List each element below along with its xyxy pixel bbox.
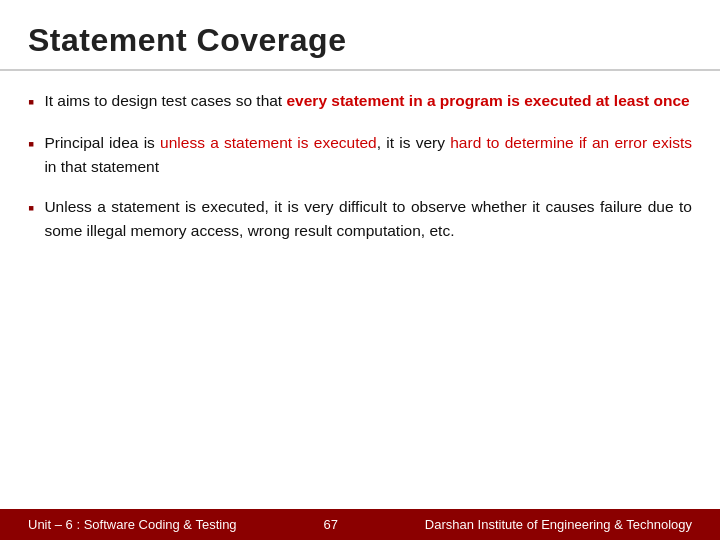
list-item: ▪ Principal idea is unless a statement i… — [28, 131, 692, 179]
slide-footer: Unit – 6 : Software Coding & Testing 67 … — [0, 509, 720, 540]
slide-header: Statement Coverage — [0, 0, 720, 71]
bullet-list: ▪ It aims to design test cases so that e… — [28, 89, 692, 243]
bullet-marker: ▪ — [28, 90, 34, 115]
bullet-text: Unless a statement is executed, it is ve… — [44, 195, 692, 243]
slide: Statement Coverage ▪ It aims to design t… — [0, 0, 720, 540]
bullet-marker: ▪ — [28, 132, 34, 157]
emphasis-text: unless a statement is executed — [160, 134, 377, 151]
footer-page-number: 67 — [323, 517, 337, 532]
list-item: ▪ It aims to design test cases so that e… — [28, 89, 692, 115]
emphasis-text: hard to determine if an error exists — [450, 134, 692, 151]
emphasis-text: every statement in a program is executed… — [286, 92, 689, 109]
footer-left-text: Unit – 6 : Software Coding & Testing — [28, 517, 237, 532]
bullet-marker: ▪ — [28, 196, 34, 221]
bullet-text: Principal idea is unless a statement is … — [44, 131, 692, 179]
slide-content: ▪ It aims to design test cases so that e… — [0, 71, 720, 509]
slide-title: Statement Coverage — [28, 22, 692, 59]
bullet-text: It aims to design test cases so that eve… — [44, 89, 692, 113]
list-item: ▪ Unless a statement is executed, it is … — [28, 195, 692, 243]
footer-right-text: Darshan Institute of Engineering & Techn… — [425, 517, 692, 532]
